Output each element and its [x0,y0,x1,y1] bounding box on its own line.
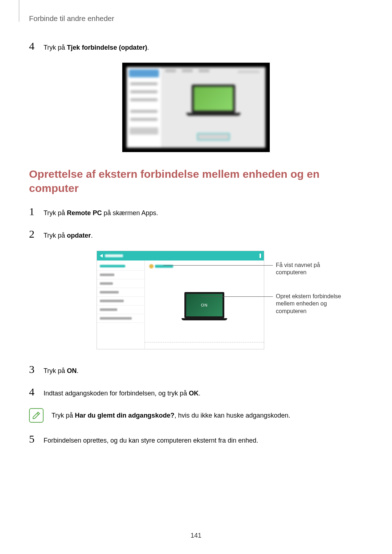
step-prefix: Tryk på [44,367,67,374]
step-suffix: . [91,232,93,239]
figure-1 [29,62,363,152]
step-number: 5 [29,433,37,445]
step-5: 5 Forbindelsen oprettes, og du kan styre… [29,433,363,445]
computer-name-icon [149,264,154,268]
fig2-titlebar [97,251,264,260]
step-prefix: Indtast adgangskoden for forbindelsen, o… [44,390,189,397]
page-margin-rule [19,0,19,22]
back-icon [100,254,103,258]
callout-remote-connect: Opret ekstern forbindelse mellem enheden… [276,293,356,315]
callout-leader [163,265,273,266]
callout-computer-name: Få vist navnet på computeren [276,262,348,277]
step-text: Forbindelsen oprettes, og du kan styre c… [44,434,258,445]
page-content: 4 Tryk på Tjek forbindelse (opdater). [29,40,363,455]
tablet-screenshot [122,62,270,152]
step-number: 4 [29,386,37,398]
step-number: 1 [29,205,37,218]
note-text: Tryk på Har du glemt din adgangskode?, h… [52,408,290,420]
step-bold: ON [67,367,77,374]
on-button-label: ON [201,303,208,307]
note: Tryk på Har du glemt din adgangskode?, h… [29,408,363,423]
step-text: Tryk på opdater. [44,229,93,240]
note-icon [29,408,44,423]
step-bold: opdater [67,232,91,239]
step-suffix: . [77,367,78,374]
step-text: Indtast adgangskoden for forbindelsen, o… [44,387,200,398]
step-number: 2 [29,228,37,240]
step-prefix: Tryk på [44,232,67,239]
breadcrumb: Forbinde til andre enheder [29,15,114,23]
step-suffix: . [199,390,200,397]
step-1: 1 Tryk på Remote PC på skærmen Apps. [29,205,363,218]
step-bold: Remote PC [67,209,102,217]
step-4-top: 4 Tryk på Tjek forbindelse (opdater). [29,40,363,52]
step-text: Tryk på Remote PC på skærmen Apps. [44,206,158,218]
step-number: 3 [29,363,37,376]
section-heading: Oprettelse af ekstern forbindelse mellem… [29,167,363,195]
note-prefix: Tryk på [52,412,75,419]
step-text: Tryk på Tjek forbindelse (opdater). [44,41,149,52]
page-number: 141 [191,532,201,539]
step-number: 4 [29,40,37,52]
note-suffix: , hvis du ikke kan huske adgangskoden. [174,412,290,419]
step-text: Tryk på ON. [44,364,78,376]
step-bold: Tjek forbindelse (opdater) [67,44,147,51]
callout-leader [201,296,273,297]
fig2-main: ON [145,260,264,349]
note-bold: Har du glemt din adgangskode? [75,412,174,419]
step-2: 2 Tryk på opdater. [29,228,363,240]
step-4: 4 Indtast adgangskoden for forbindelsen,… [29,386,363,398]
fig2-sidebar [97,260,145,349]
step-3: 3 Tryk på ON. [29,363,363,376]
laptop-icon [186,85,241,121]
step-suffix: . [147,44,149,51]
step-prefix: Tryk på [44,209,67,217]
step-bold: OK [189,390,199,397]
step-suffix: på skærmen Apps. [102,209,158,217]
check-connection-button [197,133,230,140]
figure-2: ON Få vist navnet på computeren Opret ek… [29,251,363,352]
step-prefix: Tryk på [44,44,67,51]
fig1-sidebar [127,67,162,148]
fig1-main [162,67,265,148]
